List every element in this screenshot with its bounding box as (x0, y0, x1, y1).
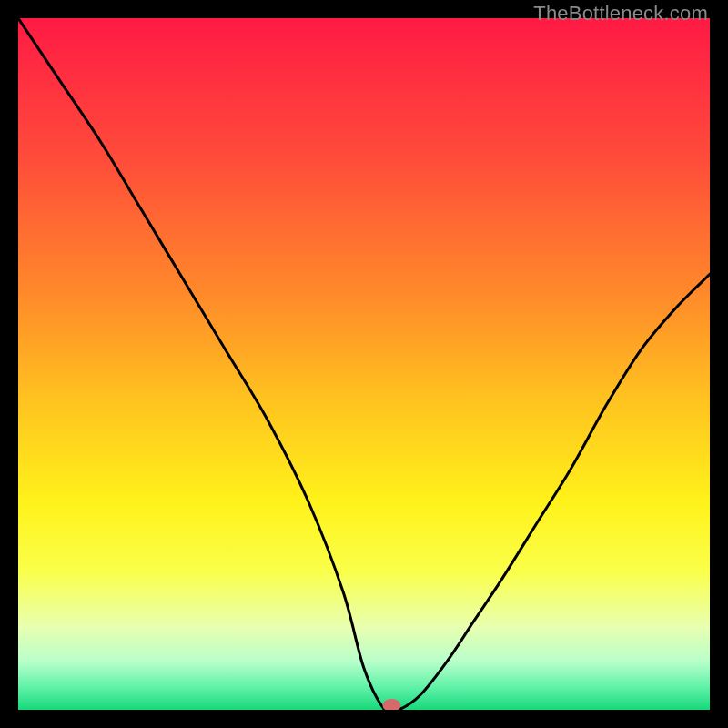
chart-svg (18, 18, 710, 710)
watermark-text: TheBottleneck.com (533, 2, 708, 25)
chart-background (18, 18, 710, 710)
chart-frame (18, 18, 710, 710)
